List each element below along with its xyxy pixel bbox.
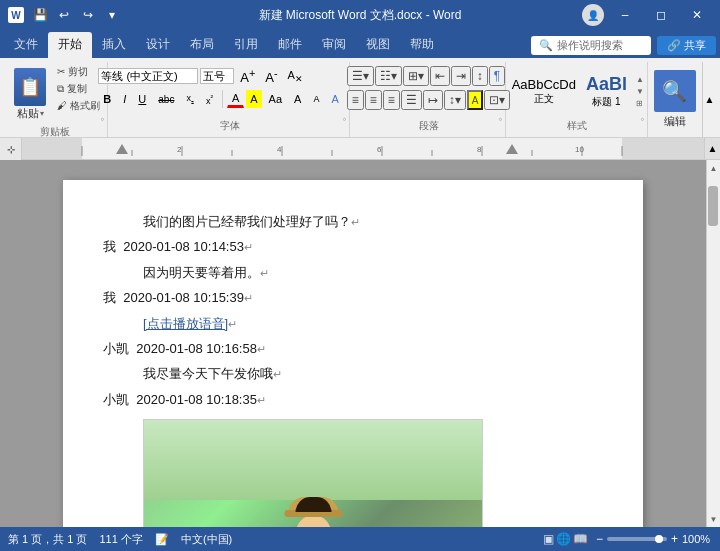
align-center-btn[interactable]: ≡ <box>365 90 382 110</box>
indent-increase-btn[interactable]: ⇥ <box>451 66 471 86</box>
pilcrow-btn[interactable]: ¶ <box>489 66 505 86</box>
horizontal-ruler: 2 4 6 8 10 <box>22 138 704 159</box>
document-scroll[interactable]: 我们的图片已经帮我们处理好了吗？↵ 我 2020-01-08 10:14:53↵… <box>0 160 706 527</box>
undo-quick-btn[interactable]: ↩ <box>54 5 74 25</box>
close-btn[interactable]: ✕ <box>682 5 712 25</box>
indent-decrease-btn[interactable]: ⇤ <box>430 66 450 86</box>
strikethrough-btn[interactable]: abc <box>153 90 179 108</box>
ribbon-collapse-right-btn[interactable]: ▲ <box>704 138 720 159</box>
redo-quick-btn[interactable]: ↪ <box>78 5 98 25</box>
format-painter-button[interactable]: 🖌 格式刷 <box>54 98 103 114</box>
style-normal-label: 正文 <box>512 92 576 106</box>
ribbon-search[interactable]: 🔍 操作说明搜索 <box>531 36 651 55</box>
copy-button[interactable]: ⧉ 复制 <box>54 81 103 97</box>
paste-button[interactable]: 📋 粘贴 ▾ <box>8 64 52 125</box>
scroll-thumb[interactable] <box>708 186 718 226</box>
bold-btn[interactable]: B <box>98 90 116 108</box>
align-left-btn[interactable]: ≡ <box>347 90 364 110</box>
superscript-btn[interactable]: x² <box>201 90 218 108</box>
tab-file[interactable]: 文件 <box>4 32 48 58</box>
doc-line-5: [点击播放语音]↵ <box>103 312 603 335</box>
text-effect-btn[interactable]: A <box>326 90 343 108</box>
list-multi-btn[interactable]: ⊞▾ <box>403 66 429 86</box>
tab-view[interactable]: 视图 <box>356 32 400 58</box>
italic-btn[interactable]: I <box>118 90 131 108</box>
subscript-btn[interactable]: x₂ <box>181 90 199 108</box>
font-size-decrease-btn[interactable]: A- <box>261 66 281 86</box>
page-indicator: 第 1 页，共 1 页 <box>8 532 87 547</box>
save-quick-btn[interactable]: 💾 <box>30 5 50 25</box>
style-heading1-preview: AaBl <box>586 74 627 96</box>
zoom-in-btn[interactable]: + <box>671 532 678 546</box>
read-mode-btn[interactable]: 📖 <box>573 532 588 546</box>
share-button[interactable]: 🔗 共享 <box>657 36 716 55</box>
svg-text:4: 4 <box>277 145 282 154</box>
zoom-out-btn[interactable]: − <box>596 532 603 546</box>
font-color-btn[interactable]: A <box>227 90 244 108</box>
highlight-btn[interactable]: A <box>246 90 261 108</box>
scroll-down-btn[interactable]: ▼ <box>707 511 720 527</box>
align-right-btn[interactable]: ≡ <box>383 90 400 110</box>
doc-line-7: 我尽量今天下午发你哦↵ <box>103 362 603 385</box>
document-content: 我们的图片已经帮我们处理好了吗？↵ 我 2020-01-08 10:14:53↵… <box>103 210 603 527</box>
ruler-area: ⊹ 2 4 6 8 10 ▲ <box>0 138 720 160</box>
cut-button[interactable]: ✂ 剪切 <box>54 64 103 80</box>
style-heading1[interactable]: AaBl 标题 1 <box>583 71 630 113</box>
styles-label: 样式 <box>567 119 587 135</box>
styles-down-btn[interactable]: ▼ <box>634 86 646 97</box>
list-number-btn[interactable]: ☷▾ <box>375 66 402 86</box>
word-app-icon: W <box>8 7 24 23</box>
customize-quick-btn[interactable]: ▾ <box>102 5 122 25</box>
paragraph-row2: ≡ ≡ ≡ ☰ ↦ ↕▾ A ⊡▾ <box>347 90 511 110</box>
tab-mailings[interactable]: 邮件 <box>268 32 312 58</box>
scroll-up-btn[interactable]: ▲ <box>707 160 720 176</box>
tab-insert[interactable]: 插入 <box>92 32 136 58</box>
ribbon-collapse-btn[interactable]: ▲ <box>702 62 716 137</box>
ltr-btn[interactable]: ↦ <box>423 90 443 110</box>
user-avatar[interactable]: 👤 <box>582 4 604 26</box>
font-size-increase-btn[interactable]: A+ <box>236 66 259 86</box>
border-btn[interactable]: ⊡▾ <box>484 90 510 110</box>
audio-link[interactable]: [点击播放语音] <box>143 316 228 331</box>
restore-btn[interactable]: ◻ <box>646 5 676 25</box>
paragraph-group: ☰▾ ☷▾ ⊞▾ ⇤ ⇥ ↕ ¶ ≡ ≡ ≡ ☰ ↦ ↕▾ A ⊡▾ 段落 ⬦ <box>352 62 505 137</box>
tab-references[interactable]: 引用 <box>224 32 268 58</box>
minimize-btn[interactable]: – <box>610 5 640 25</box>
document-area: 我们的图片已经帮我们处理好了吗？↵ 我 2020-01-08 10:14:53↵… <box>0 160 720 527</box>
font-name-input[interactable] <box>98 68 198 84</box>
underline-btn[interactable]: U <box>133 90 151 108</box>
styles-more-btn[interactable]: ⊞ <box>634 98 646 109</box>
font-size3-btn[interactable]: A <box>289 90 306 108</box>
font-size4-btn[interactable]: A <box>308 90 324 108</box>
shading-btn[interactable]: A <box>467 90 484 110</box>
zoom-slider[interactable] <box>607 537 667 541</box>
tab-help[interactable]: 帮助 <box>400 32 444 58</box>
divider <box>222 90 223 108</box>
language-indicator[interactable]: 中文(中国) <box>181 532 232 547</box>
tab-design[interactable]: 设计 <box>136 32 180 58</box>
paragraph-label: 段落 <box>419 119 439 135</box>
tab-review[interactable]: 审阅 <box>312 32 356 58</box>
style-normal[interactable]: AaBbCcDd 正文 <box>509 74 579 110</box>
justify-btn[interactable]: ☰ <box>401 90 422 110</box>
sort-btn[interactable]: ↕ <box>472 66 488 86</box>
status-bar: 第 1 页，共 1 页 111 个字 📝 中文(中国) ▣ 🌐 📖 − + 10… <box>0 527 720 551</box>
styles-expand-icon[interactable]: ⬦ <box>640 114 645 123</box>
styles-scroll-arrows: ▲ ▼ ⊞ <box>634 74 646 109</box>
clear-format-btn[interactable]: A✕ <box>284 68 307 85</box>
list-bullet-btn[interactable]: ☰▾ <box>347 66 374 86</box>
edit-label: 编辑 <box>664 114 686 129</box>
web-layout-btn[interactable]: 🌐 <box>556 532 571 546</box>
para-expand-icon[interactable]: ⬦ <box>498 114 503 123</box>
paste-dropdown-icon[interactable]: ▾ <box>40 109 44 118</box>
tab-layout[interactable]: 布局 <box>180 32 224 58</box>
tab-home[interactable]: 开始 <box>48 32 92 58</box>
find-replace-btn[interactable]: 🔍 编辑 <box>654 70 696 129</box>
ruler-corner-btn[interactable]: ⊹ <box>0 138 22 160</box>
vertical-scrollbar[interactable]: ▲ ▼ <box>706 160 720 527</box>
font-size-input[interactable] <box>200 68 234 84</box>
font-color2-btn[interactable]: Aa <box>264 90 287 108</box>
line-spacing-btn[interactable]: ↕▾ <box>444 90 466 110</box>
print-layout-btn[interactable]: ▣ <box>543 532 554 546</box>
styles-up-btn[interactable]: ▲ <box>634 74 646 85</box>
